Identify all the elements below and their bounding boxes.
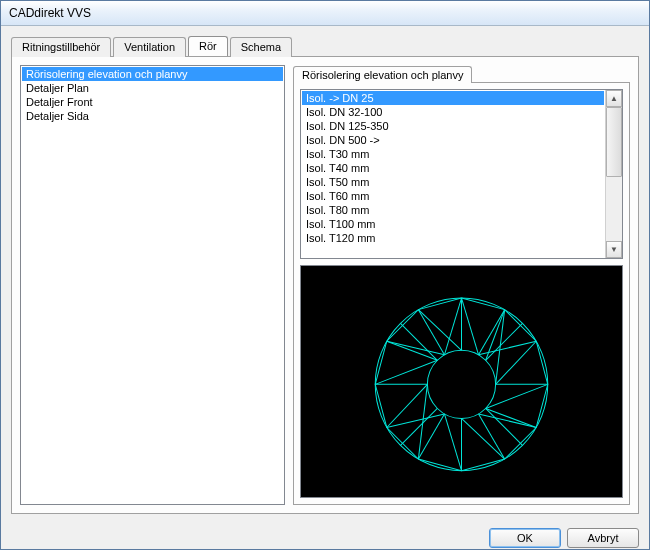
- svg-line-18: [479, 414, 537, 428]
- detail-list-inner: Isol. -> DN 25 Isol. DN 32-100 Isol. DN …: [301, 90, 605, 258]
- svg-line-22: [387, 384, 428, 427]
- list-item[interactable]: Isol. T80 mm: [302, 203, 604, 217]
- svg-line-16: [496, 341, 537, 384]
- list-item[interactable]: Isol. T40 mm: [302, 161, 604, 175]
- list-item[interactable]: Isol. DN 500 ->: [302, 133, 604, 147]
- tab-ritningstillbehor[interactable]: Ritningstillbehör: [11, 37, 111, 57]
- detail-listbox[interactable]: Isol. -> DN 25 Isol. DN 32-100 Isol. DN …: [300, 89, 623, 259]
- list-item[interactable]: Isol. T30 mm: [302, 147, 604, 161]
- svg-line-25: [418, 310, 461, 351]
- category-listbox[interactable]: Rörisolering elevation och planvy Detalj…: [20, 65, 285, 505]
- list-item[interactable]: Isol. DN 125-350: [302, 119, 604, 133]
- dialog-buttons: OK Avbryt: [1, 520, 649, 550]
- right-column: Rörisolering elevation och planvy Isol. …: [293, 65, 630, 505]
- tab-ror[interactable]: Rör: [188, 36, 228, 56]
- inner-tabbar: Rörisolering elevation och planvy: [293, 65, 630, 82]
- list-item[interactable]: Detaljer Sida: [22, 109, 283, 123]
- list-item[interactable]: Isol. T60 mm: [302, 189, 604, 203]
- svg-line-12: [418, 310, 444, 355]
- tab-ventilation[interactable]: Ventilation: [113, 37, 186, 57]
- scroll-thumb[interactable]: [606, 107, 622, 177]
- svg-line-24: [387, 341, 445, 355]
- svg-line-28: [486, 408, 537, 427]
- app-window: CADdirekt VVS Ritningstillbehör Ventilat…: [0, 0, 650, 550]
- svg-line-20: [444, 414, 461, 471]
- svg-line-21: [418, 384, 427, 459]
- list-item[interactable]: Isol. DN 32-100: [302, 105, 604, 119]
- svg-line-7: [486, 408, 523, 445]
- svg-line-8: [486, 323, 523, 360]
- tab-panel: Rörisolering elevation och planvy Detalj…: [11, 56, 639, 514]
- scroll-down-button[interactable]: ▼: [606, 241, 622, 258]
- svg-line-13: [479, 414, 505, 459]
- inner-tab[interactable]: Rörisolering elevation och planvy: [293, 66, 472, 83]
- list-item[interactable]: Detaljer Front: [22, 95, 283, 109]
- svg-line-6: [401, 323, 438, 360]
- list-item[interactable]: Isol. T120 mm: [302, 231, 604, 245]
- content-area: Ritningstillbehör Ventilation Rör Schema…: [1, 26, 649, 520]
- list-item[interactable]: Isol. -> DN 25: [302, 91, 604, 105]
- window-title: CADdirekt VVS: [9, 6, 91, 20]
- svg-point-1: [427, 350, 495, 418]
- cancel-button[interactable]: Avbryt: [567, 528, 639, 548]
- list-item[interactable]: Isol. T100 mm: [302, 217, 604, 231]
- list-item[interactable]: Detaljer Plan: [22, 81, 283, 95]
- svg-line-26: [444, 298, 461, 355]
- list-item[interactable]: Rörisolering elevation och planvy: [22, 67, 283, 81]
- chevron-up-icon: ▲: [610, 94, 618, 103]
- svg-line-11: [418, 414, 444, 459]
- scrollbar[interactable]: ▲ ▼: [605, 90, 622, 258]
- insulation-ring-icon: [301, 266, 622, 497]
- ok-button[interactable]: OK: [489, 528, 561, 548]
- titlebar: CADdirekt VVS: [1, 1, 649, 26]
- svg-line-10: [479, 310, 505, 355]
- scroll-track[interactable]: [606, 107, 622, 241]
- svg-line-19: [462, 418, 505, 459]
- inner-panel: Isol. -> DN 25 Isol. DN 32-100 Isol. DN …: [293, 82, 630, 505]
- list-item[interactable]: Isol. T50 mm: [302, 175, 604, 189]
- tab-schema[interactable]: Schema: [230, 37, 292, 57]
- svg-line-14: [462, 298, 479, 355]
- svg-line-30: [387, 341, 438, 360]
- preview-canvas: [300, 265, 623, 498]
- chevron-down-icon: ▼: [610, 245, 618, 254]
- svg-line-9: [401, 408, 438, 445]
- main-tabbar: Ritningstillbehör Ventilation Rör Schema: [11, 36, 639, 56]
- scroll-up-button[interactable]: ▲: [606, 90, 622, 107]
- svg-line-29: [387, 414, 445, 428]
- svg-line-27: [479, 341, 537, 355]
